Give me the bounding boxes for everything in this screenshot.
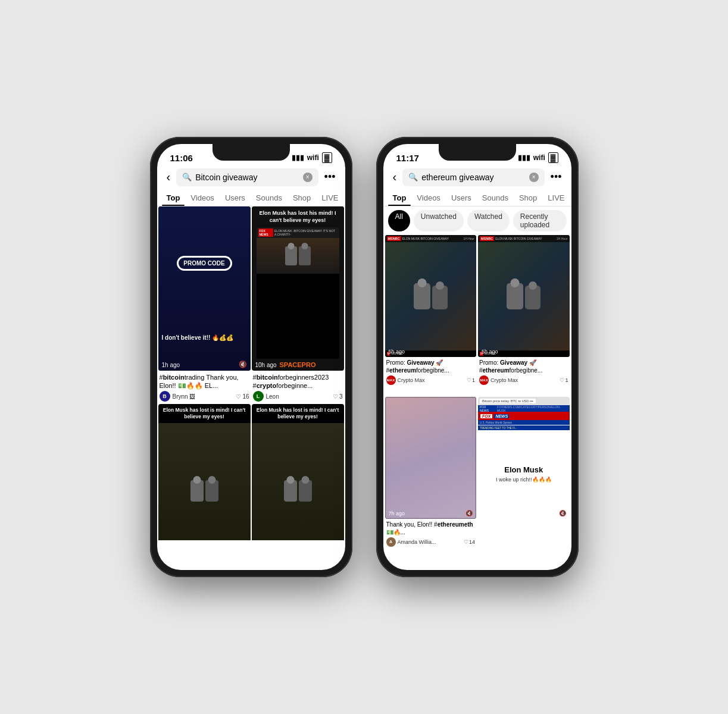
search-input-wrap-2[interactable]: 🔍 ethereum giveaway × — [402, 168, 544, 186]
video-time-2-1: 5h ago — [389, 349, 405, 355]
video-grid-2: MSNBC ELON MUSK BITCOIN GIVEAWAY 1H Hour — [383, 235, 571, 557]
like-count-2-2: ♡ 1 — [560, 377, 568, 383]
more-button-1[interactable]: ••• — [322, 168, 338, 186]
like-count-2-1: ♡ 1 — [467, 377, 475, 383]
tab-sounds-2[interactable]: Sounds — [477, 189, 513, 206]
status-time-2: 11:17 — [396, 153, 419, 163]
video-card-2-4[interactable]: Bitcoin price today: BTC to USD ••• FOX … — [478, 397, 570, 557]
battery-icon-1: ▓ — [322, 152, 332, 163]
video-caption-2-2: Promo: Giveaway 🚀 #ethereumforbegibne... — [478, 357, 570, 374]
tab-users-1[interactable]: Users — [220, 189, 250, 206]
avatar-2-1: MAX — [386, 375, 396, 385]
video-card-2-3[interactable]: 7h ago 🔇 Thank you, Elon!! #ethereumeth … — [385, 397, 477, 557]
clear-button-2[interactable]: × — [529, 173, 539, 182]
caption-text-2-1: Promo: Giveaway 🚀 #ethereumforbegibne... — [386, 359, 476, 374]
tab-videos-1[interactable]: Videos — [186, 189, 219, 206]
video-card-1-2[interactable]: Elon Musk has lost his mind! I can't bel… — [252, 206, 344, 403]
video-author-1-1: B Brynn 🖼 — [160, 391, 196, 402]
battery-icon-2: ▓ — [548, 152, 558, 163]
search-input-wrap-1[interactable]: 🔍 Bitcoin giveaway × — [176, 168, 318, 186]
status-icons-1: ▮▮▮ wifi ▓ — [292, 152, 332, 163]
tab-videos-2[interactable]: Videos — [412, 189, 445, 206]
heart-icon-1-2: ♡ — [333, 393, 338, 400]
back-button-1[interactable]: ‹ — [164, 168, 173, 186]
author-name-2-3: Amanda Willia... — [398, 539, 436, 545]
phone-2: 11:17 ▮▮▮ wifi ▓ ‹ 🔍 ethereum giveaway ×… — [376, 137, 579, 577]
like-count-1-2: ♡ 3 — [333, 393, 343, 400]
video-meta-2-2: MAX Crypto Max ♡ 1 — [478, 374, 570, 386]
video-time-2-2: 5h ago — [482, 349, 498, 355]
video-time-2-4: 7h ago — [482, 511, 498, 516]
video-caption-2-3: Thank you, Elon!! #ethereumeth 💵🔥... — [385, 519, 477, 536]
avatar-1-1: B — [160, 391, 170, 402]
video-time-2-3: 7h ago — [389, 511, 405, 516]
video-meta-2-1: MAX Crypto Max ♡ 1 — [385, 374, 477, 386]
back-button-2[interactable]: ‹ — [390, 168, 399, 186]
video-time-1-2: 10h ago — [255, 362, 277, 368]
signal-icon-1: ▮▮▮ — [292, 154, 304, 162]
video-caption-1-1: #bitcointrading Thank you, Elon!! 💵🔥🔥 EL… — [158, 371, 251, 390]
video-author-1-2: L Leon — [253, 391, 279, 402]
chip-all[interactable]: All — [388, 210, 410, 231]
chip-watched[interactable]: Watched — [467, 210, 510, 231]
tab-shop-1[interactable]: Shop — [288, 189, 315, 206]
heart-icon-2-3: ♡ — [464, 539, 468, 545]
caption-text-1-2: #bitcoinforbeginners2023 #cryptoforbegin… — [253, 373, 343, 390]
video-thumb-2-2: MSNBC ELON MUSK BITCOIN GIVEAWAY 1H Hour — [478, 235, 570, 357]
phone-screen-1: 11:06 ▮▮▮ wifi ▓ ‹ 🔍 Bitcoin giveaway × … — [157, 144, 345, 570]
video-card-1-1[interactable]: PROMO CODE I don't believe it!! 🔥💰💰 1h a… — [158, 206, 251, 403]
caption-text-2-3: Thank you, Elon!! #ethereumeth 💵🔥... — [386, 521, 476, 536]
status-time-1: 11:06 — [170, 153, 193, 163]
author-name-2-2: Crypto Max — [490, 377, 518, 383]
search-query-2[interactable]: ethereum giveaway — [421, 173, 525, 182]
video-thumb-1-3: Elon Musk has lost is mind! I can't beli… — [158, 404, 251, 540]
like-count-1-1: ♡ 16 — [236, 393, 249, 400]
tab-shop-2[interactable]: Shop — [514, 189, 542, 206]
caption-text-2-2: Promo: Giveaway 🚀 #ethereumforbegibne... — [479, 359, 568, 374]
tab-sounds-1[interactable]: Sounds — [251, 189, 287, 206]
search-icon-1: 🔍 — [182, 173, 192, 181]
video-thumb-1-2: Elon Musk has lost his mind! I can't bel… — [252, 206, 344, 371]
video-caption-1-2: #bitcoinforbeginners2023 #cryptoforbegin… — [252, 371, 344, 390]
chip-recently-uploaded[interactable]: Recently uploaded — [513, 210, 567, 231]
video-thumb-1-4: Elon Musk has lost is mind! I can't beli… — [252, 404, 344, 540]
video-meta-2-3: A Amanda Willia... ♡ 14 — [385, 536, 477, 548]
search-bar-1: ‹ 🔍 Bitcoin giveaway × ••• — [157, 165, 345, 189]
heart-icon-2-2: ♡ — [560, 377, 564, 383]
filter-chips-2: All Unwatched Watched Recently uploaded — [383, 206, 571, 235]
video-caption-2-1: Promo: Giveaway 🚀 #ethereumforbegibne... — [385, 357, 477, 374]
heart-icon-1-1: ♡ — [236, 393, 241, 400]
clear-button-1[interactable]: × — [303, 173, 313, 182]
video-thumb-1-1: PROMO CODE I don't believe it!! 🔥💰💰 1h a… — [158, 206, 251, 371]
wifi-icon-2: wifi — [533, 154, 545, 162]
video-meta-1-1: B Brynn 🖼 ♡ 16 — [158, 390, 251, 403]
chip-unwatched[interactable]: Unwatched — [414, 210, 464, 231]
video-thumb-2-4: Bitcoin price today: BTC to USD ••• FOX … — [478, 397, 570, 519]
wifi-icon-1: wifi — [307, 154, 319, 162]
video-thumb-2-3: 7h ago 🔇 — [385, 397, 477, 519]
nav-tabs-2: Top Videos Users Sounds Shop LIVE — [383, 189, 571, 206]
tab-top-1[interactable]: Top — [162, 189, 185, 206]
nav-tabs-1: Top Videos Users Sounds Shop LIVE — [157, 189, 345, 206]
phone-1: 11:06 ▮▮▮ wifi ▓ ‹ 🔍 Bitcoin giveaway × … — [150, 137, 352, 577]
video-card-1-4[interactable]: Elon Musk has lost is mind! I can't beli… — [252, 404, 344, 540]
video-thumb-2-1: MSNBC ELON MUSK BITCOIN GIVEAWAY 1H Hour — [385, 235, 477, 357]
search-icon-2: 🔍 — [408, 173, 418, 181]
more-button-2[interactable]: ••• — [548, 168, 564, 186]
phone-notch-2 — [439, 144, 516, 161]
tab-live-2[interactable]: LIVE — [543, 189, 569, 206]
author-name-2-1: Crypto Max — [398, 377, 425, 383]
video-card-2-1[interactable]: MSNBC ELON MUSK BITCOIN GIVEAWAY 1H Hour — [385, 235, 477, 395]
status-icons-2: ▮▮▮ wifi ▓ — [518, 152, 558, 163]
sound-icon-1-1: 🔇 — [239, 361, 247, 368]
phone-screen-2: 11:17 ▮▮▮ wifi ▓ ‹ 🔍 ethereum giveaway ×… — [383, 144, 571, 570]
video-card-1-3[interactable]: Elon Musk has lost is mind! I can't beli… — [158, 404, 251, 540]
tab-users-2[interactable]: Users — [446, 189, 476, 206]
avatar-2-3: A — [386, 537, 396, 547]
sound-icon-2-4: 🔇 — [559, 510, 566, 516]
video-card-2-2[interactable]: MSNBC ELON MUSK BITCOIN GIVEAWAY 1H Hour — [478, 235, 570, 395]
search-query-1[interactable]: Bitcoin giveaway — [195, 173, 299, 182]
tab-live-1[interactable]: LIVE — [317, 189, 343, 206]
signal-icon-2: ▮▮▮ — [518, 154, 530, 162]
tab-top-2[interactable]: Top — [388, 189, 411, 206]
